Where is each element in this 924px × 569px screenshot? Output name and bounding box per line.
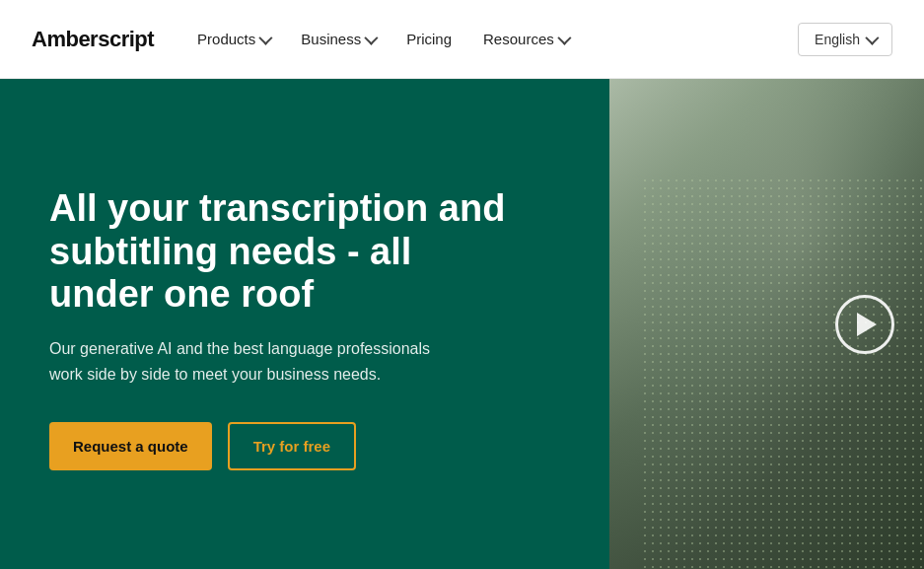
play-icon	[857, 313, 877, 336]
try-free-button[interactable]: Try for free	[228, 422, 356, 470]
nav-label-pricing: Pricing	[406, 31, 452, 47]
language-selector[interactable]: English	[798, 23, 892, 56]
play-button[interactable]	[835, 295, 894, 354]
nav-item-products[interactable]: Products	[185, 23, 281, 55]
hero-subtitle: Our generative AI and the best language …	[49, 336, 444, 387]
chevron-down-icon	[557, 31, 571, 44]
nav-links: Products Business Pricing Resources	[185, 23, 580, 55]
chevron-down-icon	[259, 31, 273, 44]
hero-buttons: Request a quote Try for free	[49, 422, 560, 470]
nav-item-resources[interactable]: Resources	[471, 23, 580, 55]
hero-section: All your transcription and subtitling ne…	[0, 79, 924, 569]
request-quote-button[interactable]: Request a quote	[49, 422, 212, 470]
nav-item-pricing[interactable]: Pricing	[394, 23, 463, 55]
hero-video-thumbnail	[609, 79, 924, 569]
chevron-down-icon	[865, 31, 879, 44]
navbar: Amberscript Products Business Pricing Re…	[0, 0, 924, 79]
chevron-down-icon	[365, 31, 379, 44]
hero-title: All your transcription and subtitling ne…	[49, 187, 523, 317]
nav-label-resources: Resources	[483, 31, 554, 47]
nav-label-products: Products	[197, 31, 255, 47]
nav-label-business: Business	[301, 31, 361, 47]
language-label: English	[815, 32, 860, 47]
hero-content: All your transcription and subtitling ne…	[0, 79, 609, 569]
hero-texture	[641, 177, 924, 569]
brand-logo[interactable]: Amberscript	[32, 27, 154, 52]
nav-item-business[interactable]: Business	[289, 23, 387, 55]
